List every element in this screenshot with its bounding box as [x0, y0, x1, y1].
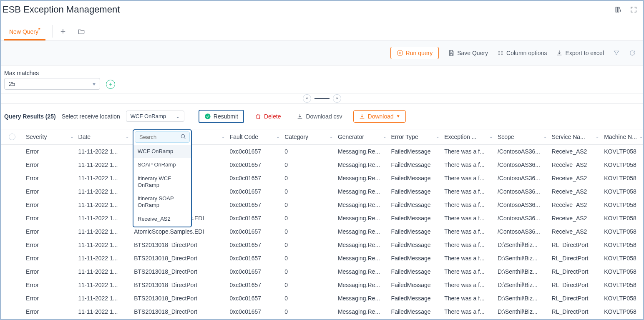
table-cell: Messaging.Re... — [335, 265, 389, 278]
table-cell: 0xc0c01657 — [227, 238, 282, 252]
collapse-up-icon[interactable]: « — [303, 94, 311, 103]
table-cell: 0xc0c01657 — [227, 252, 282, 265]
chevron-down-icon: ⌄ — [70, 134, 73, 139]
column-header[interactable]: Generator⌄ — [335, 129, 389, 144]
table-row[interactable]: Error11-11-2022 1...BTS2013018_DirectPor… — [1, 305, 643, 318]
table-cell: Error — [23, 238, 76, 252]
table-row[interactable]: Error11-11-2022 1...BTS2013018_DirectPor… — [1, 252, 643, 265]
table-cell: /ContosoAS36... — [495, 158, 549, 171]
table-cell: There was a f... — [442, 185, 495, 198]
table-row[interactable]: Error11-11-2022 1...es.EDI0xc0c016570Mes… — [1, 171, 643, 185]
table-cell: There was a f... — [442, 252, 495, 265]
table-row[interactable]: Error11-11-2022 1...es.EDI0xc0c016570Mes… — [1, 158, 643, 171]
table-cell: Messaging.Re... — [335, 212, 389, 225]
table-cell: 0xc0c01657 — [227, 198, 282, 212]
table-row[interactable]: Error11-11-2022 1...BTS2013018_DirectPor… — [1, 238, 643, 252]
add-tab-icon[interactable] — [59, 28, 67, 35]
table-cell: FailedMessage — [389, 278, 442, 292]
dropdown-option[interactable]: SOAP OnRamp — [133, 158, 191, 171]
table-cell: FailedMessage — [389, 145, 442, 158]
table-row[interactable]: Error11-11-2022 1...BTS2013018_DirectPor… — [1, 265, 643, 278]
column-header[interactable]: Fault Code⌄ — [227, 129, 282, 144]
column-header[interactable]: Scope⌄ — [495, 129, 549, 144]
column-header[interactable]: Error Type⌄ — [389, 129, 442, 144]
search-icon — [180, 134, 186, 141]
table-row[interactable]: Error11-11-2022 1...BTS2013018_DirectPor… — [1, 292, 643, 305]
table-cell: RL_DirectPort — [549, 252, 602, 265]
dropdown-option[interactable]: Receive_AS2 — [133, 212, 191, 226]
resubmit-button[interactable]: Resubmit — [199, 110, 244, 123]
dropdown-option[interactable]: Itinerary WCF OnRamp — [133, 172, 191, 192]
table-cell: BTS2013018_DirectPort — [131, 265, 227, 278]
column-header[interactable]: Severity⌄ — [23, 129, 76, 144]
table-cell — [1, 225, 23, 238]
refresh-icon[interactable] — [629, 50, 636, 56]
table-cell: There was a f... — [442, 278, 495, 292]
table-cell: Messaging.Re... — [335, 252, 389, 265]
table-cell — [1, 265, 23, 278]
table-cell: RL_DirectPort — [549, 265, 602, 278]
table-cell: FailedMessage — [389, 292, 442, 305]
export-excel-link[interactable]: Export to excel — [556, 50, 604, 56]
table-cell: KOVLTP058 — [601, 225, 643, 238]
column-header[interactable]: Category⌄ — [282, 129, 335, 144]
filter-icon[interactable] — [613, 50, 620, 56]
table-row[interactable]: Error11-11-2022 1...es.EDI0xc0c016570Mes… — [1, 198, 643, 212]
run-query-button[interactable]: Run query — [390, 47, 439, 59]
table-row[interactable]: Error11-11-2022 1...AtomicScope.Samples.… — [1, 225, 643, 238]
table-cell: 11-11-2022 1... — [76, 145, 132, 158]
column-header[interactable]: Service Na...⌄ — [549, 129, 602, 144]
table-cell: 0xc0c01657 — [227, 212, 282, 225]
chevron-down-icon: ⌄ — [276, 134, 279, 139]
download-csv-label: Download csv — [306, 113, 342, 120]
column-header[interactable] — [1, 129, 23, 144]
table-cell: FailedMessage — [389, 238, 442, 252]
tab-new-query[interactable]: New Query* — [4, 23, 45, 40]
dropdown-option[interactable]: WCF OnRamp — [133, 145, 191, 158]
table-cell: D:\Senthil\Biz... — [495, 265, 549, 278]
chevron-down-icon: ⌄ — [489, 134, 493, 139]
add-filter-button[interactable] — [106, 80, 115, 89]
save-query-link[interactable]: Save Query — [448, 50, 488, 56]
download-button[interactable]: Download ▼ — [353, 110, 406, 123]
resubmit-label: Resubmit — [214, 113, 238, 120]
dropdown-search-input[interactable] — [138, 134, 180, 141]
column-header[interactable]: Exception ...⌄ — [442, 129, 495, 144]
chevron-down-icon: ⌄ — [330, 134, 333, 139]
svg-point-4 — [181, 134, 184, 138]
table-cell: There was a f... — [442, 171, 495, 185]
column-header[interactable]: Machine N...⌄ — [601, 129, 643, 144]
fullscreen-icon[interactable] — [630, 6, 637, 13]
results-title: Query Results (25) — [4, 113, 56, 120]
expand-down-icon[interactable]: » — [333, 94, 341, 103]
column-header[interactable]: Date⌄ — [76, 129, 132, 144]
open-folder-icon[interactable] — [78, 28, 85, 35]
table-cell: There was a f... — [442, 212, 495, 225]
table-cell: There was a f... — [442, 225, 495, 238]
receive-location-select[interactable]: WCF OnRamp ⌄ — [126, 111, 184, 122]
dropdown-search-box[interactable] — [135, 131, 190, 143]
play-icon — [397, 50, 403, 56]
max-matches-select[interactable]: 25 ▾ — [4, 78, 100, 90]
table-row[interactable]: Error11-11-2022 1...BTS2013018_DirectPor… — [1, 278, 643, 292]
table-cell: RL_DirectPort — [549, 305, 602, 318]
column-options-link[interactable]: Column options — [497, 50, 547, 56]
table-row[interactable]: Error11-11-2022 1...es.EDI0xc0c016570Mes… — [1, 185, 643, 198]
tab-label: New Query — [9, 28, 38, 35]
table-cell: There was a f... — [442, 158, 495, 171]
table-cell: 11-11-2022 1... — [76, 265, 132, 278]
dropdown-option[interactable]: Itinerary SOAP OnRamp — [133, 192, 191, 212]
download-csv-button[interactable]: Download csv — [292, 111, 347, 122]
table-cell: 0xc0c01657 — [227, 145, 282, 158]
table-cell: Error — [23, 252, 76, 265]
select-all-checkbox[interactable] — [9, 134, 15, 140]
table-cell: 0 — [282, 305, 335, 318]
table-cell: 11-11-2022 1... — [76, 252, 132, 265]
table-cell: 0xc0c01657 — [227, 292, 282, 305]
table-cell: D:\Senthil\Biz... — [495, 292, 549, 305]
delete-button[interactable]: Delete — [250, 111, 286, 122]
table-row[interactable]: Error11-11-2022 1...AtomicScope.Samples.… — [1, 212, 643, 225]
table-row[interactable]: Error11-11-2022 1...es.EDI0xc0c016570Mes… — [1, 145, 643, 158]
table-cell: 11-11-2022 1... — [76, 278, 132, 292]
books-icon[interactable] — [615, 6, 622, 13]
